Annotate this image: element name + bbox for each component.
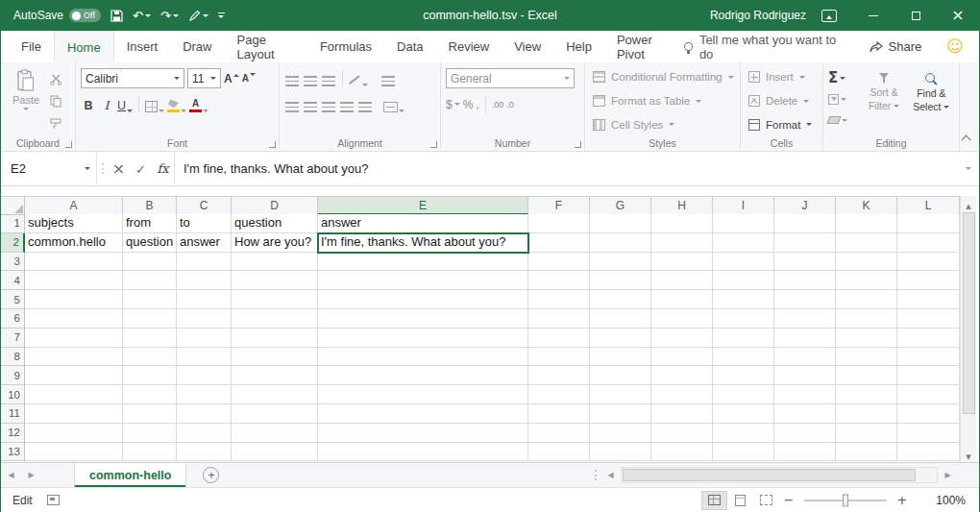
cell-E11[interactable] <box>318 404 528 424</box>
cell-B5[interactable] <box>123 290 177 309</box>
column-header-J[interactable]: J <box>774 197 836 215</box>
cell-K3[interactable] <box>836 253 897 272</box>
column-header-A[interactable]: A <box>25 197 123 215</box>
borders-button[interactable] <box>145 95 164 114</box>
tab-help[interactable]: Help <box>553 31 604 62</box>
draw-pen-button[interactable] <box>188 10 208 22</box>
cell-G2[interactable] <box>590 233 651 253</box>
tab-formulas[interactable]: Formulas <box>307 31 384 62</box>
cell-H8[interactable] <box>651 348 713 367</box>
cell-K5[interactable] <box>836 290 897 309</box>
row-header-5[interactable]: 5 <box>1 290 25 309</box>
cell-A13[interactable] <box>25 443 123 462</box>
cell-I2[interactable] <box>713 233 774 253</box>
cell-E4[interactable] <box>318 271 528 290</box>
underline-button[interactable]: U <box>117 95 133 114</box>
currency-format-button[interactable]: $ <box>446 98 460 111</box>
cell-F11[interactable] <box>528 404 590 424</box>
tab-page-layout[interactable]: Page Layout <box>225 31 307 62</box>
cell-L7[interactable] <box>897 329 960 348</box>
cell-C4[interactable] <box>177 271 232 290</box>
share-button[interactable]: Share <box>870 39 922 54</box>
cell-K9[interactable] <box>836 366 897 385</box>
cell-B6[interactable] <box>123 309 177 329</box>
row-header-8[interactable]: 8 <box>1 348 25 367</box>
cell-C10[interactable] <box>177 385 232 404</box>
cell-B2[interactable]: question <box>123 233 177 253</box>
cell-I10[interactable] <box>713 385 774 404</box>
cell-F10[interactable] <box>528 385 590 404</box>
cell-D5[interactable] <box>232 290 318 309</box>
cell-L4[interactable] <box>897 271 960 290</box>
cell-D11[interactable] <box>232 404 318 424</box>
cell-I9[interactable] <box>713 366 774 385</box>
cell-A8[interactable] <box>25 348 123 367</box>
cell-H10[interactable] <box>651 385 713 404</box>
cell-J6[interactable] <box>774 309 836 329</box>
cell-D10[interactable] <box>232 385 318 404</box>
cell-C8[interactable] <box>177 348 232 367</box>
cell-C2[interactable]: answer <box>177 233 232 253</box>
cell-B7[interactable] <box>123 329 177 348</box>
cell-K12[interactable] <box>836 424 897 443</box>
row-header-6[interactable]: 6 <box>1 309 25 329</box>
cell-L6[interactable] <box>897 309 960 329</box>
column-header-K[interactable]: K <box>836 197 897 215</box>
cell-L9[interactable] <box>897 366 960 385</box>
clear-button[interactable] <box>828 110 861 130</box>
increase-font-size-button[interactable]: A <box>224 72 239 85</box>
increase-decimal-button[interactable]: .00 <box>492 100 504 110</box>
tell-me-search[interactable]: Tell me what you want to do <box>684 33 844 61</box>
cell-E10[interactable] <box>318 385 528 404</box>
cell-A6[interactable] <box>25 309 123 329</box>
cell-K7[interactable] <box>836 329 897 348</box>
cell-A5[interactable] <box>25 290 123 309</box>
undo-button[interactable] <box>133 7 151 24</box>
cell-D13[interactable] <box>232 443 318 462</box>
cell-A12[interactable] <box>25 424 123 443</box>
cell-G4[interactable] <box>590 271 651 290</box>
cell-A2[interactable]: common.hello <box>25 233 123 253</box>
zoom-out-button[interactable] <box>779 493 798 507</box>
cell-J8[interactable] <box>774 348 836 367</box>
cell-B8[interactable] <box>123 348 177 367</box>
cell-J13[interactable] <box>774 443 836 462</box>
cell-E8[interactable] <box>318 348 528 367</box>
align-right-button[interactable] <box>321 95 336 114</box>
cell-G6[interactable] <box>590 309 651 329</box>
page-break-view-button[interactable] <box>753 491 779 510</box>
cell-I4[interactable] <box>713 271 774 290</box>
normal-view-button[interactable] <box>701 491 727 510</box>
cell-I3[interactable] <box>713 253 774 272</box>
close-button[interactable] <box>937 0 979 31</box>
align-top-button[interactable] <box>284 69 300 88</box>
scroll-left-button[interactable] <box>600 471 621 479</box>
column-header-H[interactable]: H <box>651 197 713 215</box>
font-name-select[interactable]: Calibri <box>81 68 184 88</box>
cell-K1[interactable] <box>836 214 897 233</box>
maximize-button[interactable] <box>894 0 937 31</box>
save-button[interactable] <box>110 10 123 22</box>
cell-H2[interactable] <box>651 233 713 253</box>
horizontal-scrollbar[interactable] <box>600 463 958 487</box>
percent-format-button[interactable]: % <box>463 98 474 111</box>
cell-D2[interactable]: How are you? <box>232 233 318 253</box>
cell-F3[interactable] <box>528 253 590 272</box>
cell-F4[interactable] <box>528 271 590 290</box>
scroll-down-button[interactable] <box>961 447 976 462</box>
decrease-indent-button[interactable] <box>339 95 355 114</box>
insert-cells-button[interactable]: Insert <box>746 66 819 88</box>
cell-B3[interactable] <box>123 253 177 272</box>
feedback-smiley-button[interactable] <box>946 38 964 56</box>
cell-H11[interactable] <box>651 404 713 424</box>
cell-E7[interactable] <box>318 329 528 348</box>
italic-button[interactable]: I <box>99 95 114 114</box>
column-header-F[interactable]: F <box>528 197 590 215</box>
next-sheet-button[interactable] <box>21 463 41 487</box>
fill-button[interactable] <box>828 89 861 109</box>
cell-B13[interactable] <box>123 443 177 462</box>
cell-E13[interactable] <box>318 443 528 462</box>
name-box[interactable]: E2 <box>1 152 97 185</box>
cell-E5[interactable] <box>318 290 528 309</box>
align-bottom-button[interactable] <box>321 69 336 88</box>
